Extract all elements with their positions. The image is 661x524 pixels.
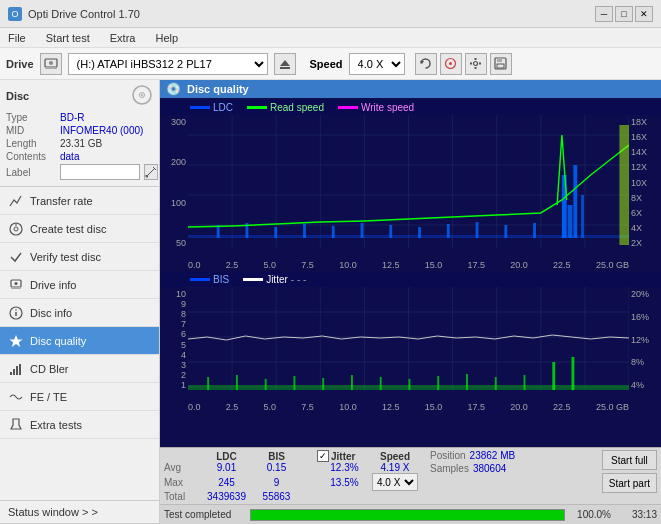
stats-panel: LDC BIS ✓ Jitter Speed xyxy=(160,447,661,504)
sidebar-item-disc-info[interactable]: Disc info xyxy=(0,299,159,327)
write-speed-legend-color xyxy=(338,106,358,109)
jitter-checkbox-cell[interactable]: ✓ Jitter xyxy=(317,450,372,462)
x-20: 20.0 xyxy=(510,260,528,270)
read-speed-legend-label: Read speed xyxy=(270,102,324,113)
start-part-button[interactable]: Start part xyxy=(602,473,657,493)
y-r-18x: 18X xyxy=(631,117,647,127)
label-button[interactable] xyxy=(144,164,158,180)
status-window-button[interactable]: Status window > > xyxy=(0,500,159,524)
minimize-button[interactable]: ─ xyxy=(595,6,613,22)
svg-rect-95 xyxy=(571,357,574,390)
start-full-button[interactable]: Start full xyxy=(602,450,657,470)
disc-action-button[interactable] xyxy=(440,53,462,75)
sidebar-item-fe-te[interactable]: FE / TE xyxy=(0,383,159,411)
menu-help[interactable]: Help xyxy=(151,31,182,45)
upper-y-axis-left: 300 200 100 50 xyxy=(160,115,188,260)
transfer-rate-icon xyxy=(8,193,24,209)
lx-7.5: 7.5 xyxy=(301,402,314,412)
sidebar-item-transfer-rate[interactable]: Transfer rate xyxy=(0,187,159,215)
menu-extra[interactable]: Extra xyxy=(106,31,140,45)
sidebar-item-drive-info[interactable]: Drive info xyxy=(0,271,159,299)
lx-12.5: 12.5 xyxy=(382,402,400,412)
sidebar-item-create-test-disc[interactable]: Create test disc xyxy=(0,215,159,243)
svg-rect-92 xyxy=(495,377,497,390)
save-button[interactable] xyxy=(490,53,512,75)
jitter-legend-label: Jitter xyxy=(266,274,288,285)
menu-start-test[interactable]: Start test xyxy=(42,31,94,45)
y-r-12x: 12X xyxy=(631,162,647,172)
max-row-label: Max xyxy=(164,473,199,491)
jitter-legend: Jitter - - - xyxy=(243,274,306,285)
type-key: Type xyxy=(6,112,56,123)
x-5: 5.0 xyxy=(264,260,277,270)
lx-15: 15.0 xyxy=(425,402,443,412)
sidebar-item-verify-test-disc[interactable]: Verify test disc xyxy=(0,243,159,271)
total-ldc: 3439639 xyxy=(199,491,254,502)
create-test-disc-icon xyxy=(8,221,24,237)
drive-select[interactable]: (H:) ATAPI iHBS312 2 PL17 xyxy=(68,53,268,75)
y-label-50: 50 xyxy=(176,238,186,248)
cd-bler-icon xyxy=(8,361,24,377)
drive-info-icon xyxy=(8,277,24,293)
progress-percent: 100.0% xyxy=(571,509,611,520)
ry-12: 12% xyxy=(631,335,649,345)
drive-icon-button[interactable] xyxy=(40,53,62,75)
disc-icon xyxy=(131,84,153,108)
svg-marker-3 xyxy=(280,60,290,66)
svg-rect-4 xyxy=(280,67,290,69)
progress-area: Test completed 100.0% 33:13 xyxy=(160,504,661,524)
maximize-button[interactable]: □ xyxy=(615,6,633,22)
menu-file[interactable]: File xyxy=(4,31,30,45)
ldc-legend-label: LDC xyxy=(213,102,233,113)
speed-select[interactable]: 4.0 X xyxy=(349,53,405,75)
label-input[interactable] xyxy=(60,164,140,180)
ly-10: 10 xyxy=(176,289,186,299)
ly-9: 9 xyxy=(181,299,186,309)
status-window-label: Status window > > xyxy=(8,506,98,518)
lower-x-axis: 0.0 2.5 5.0 7.5 10.0 12.5 15.0 17.5 20.0… xyxy=(160,402,661,412)
svg-rect-87 xyxy=(351,375,353,390)
stats-table: LDC BIS ✓ Jitter Speed xyxy=(164,450,418,502)
settings-button[interactable] xyxy=(465,53,487,75)
refresh-button[interactable] xyxy=(415,53,437,75)
position-label: Position xyxy=(430,450,466,461)
svg-rect-53 xyxy=(332,226,335,238)
svg-rect-65 xyxy=(619,125,629,245)
x-10: 10.0 xyxy=(339,260,357,270)
sidebar-item-disc-quality[interactable]: Disc quality xyxy=(0,327,159,355)
svg-rect-58 xyxy=(476,222,479,238)
x-12.5: 12.5 xyxy=(382,260,400,270)
svg-rect-31 xyxy=(16,366,18,375)
close-button[interactable]: ✕ xyxy=(635,6,653,22)
app-title: Opti Drive Control 1.70 xyxy=(28,8,140,20)
length-key: Length xyxy=(6,138,56,149)
ry-8: 8% xyxy=(631,357,644,367)
avg-ldc: 9.01 xyxy=(199,462,254,473)
ry-4: 4% xyxy=(631,380,644,390)
lx-20: 20.0 xyxy=(510,402,528,412)
transfer-rate-label: Transfer rate xyxy=(30,195,93,207)
lx-25: 25.0 GB xyxy=(596,402,629,412)
disc-panel-title: Disc xyxy=(6,90,29,102)
lx-17.5: 17.5 xyxy=(468,402,486,412)
svg-rect-2 xyxy=(45,67,57,69)
progress-status-text: Test completed xyxy=(164,509,244,520)
contents-value: data xyxy=(60,151,79,162)
jitter-legend-color xyxy=(243,278,263,281)
svg-rect-91 xyxy=(466,374,468,390)
sidebar-item-extra-tests[interactable]: Extra tests xyxy=(0,411,159,439)
eject-button[interactable] xyxy=(274,53,296,75)
y-r-14x: 14X xyxy=(631,147,647,157)
sidebar-item-cd-bler[interactable]: CD Bler xyxy=(0,355,159,383)
jitter-checkbox[interactable]: ✓ xyxy=(317,450,329,462)
extra-tests-icon xyxy=(8,417,24,433)
svg-rect-12 xyxy=(479,63,481,65)
jitter-col-header: Jitter xyxy=(331,451,355,462)
y-label-200: 200 xyxy=(171,157,186,167)
svg-rect-86 xyxy=(322,378,324,390)
svg-point-1 xyxy=(49,61,53,65)
speed-dropdown[interactable]: 4.0 X xyxy=(372,473,418,491)
x-7.5: 7.5 xyxy=(301,260,314,270)
label-key: Label xyxy=(6,167,56,178)
disc-info-label: Disc info xyxy=(30,307,72,319)
